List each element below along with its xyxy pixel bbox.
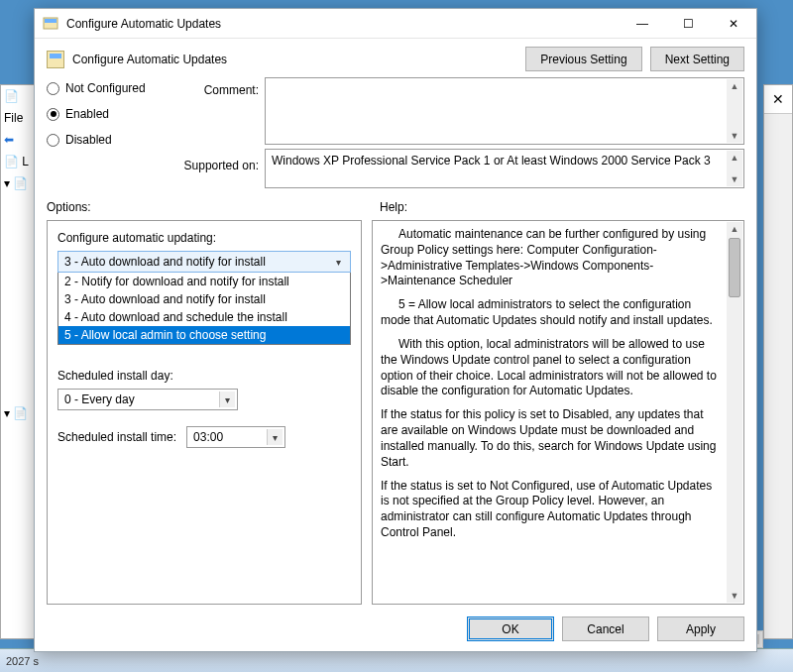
scheduled-day-combo[interactable]: 0 - Every day ▾: [57, 389, 238, 410]
help-pane: Automatic maintenance can be further con…: [372, 220, 744, 605]
dropdown-option[interactable]: 2 - Notify for download and notify for i…: [58, 273, 350, 290]
state-radio-group: Not Configured Enabled Disabled: [47, 77, 173, 147]
scroll-track[interactable]: [727, 299, 742, 589]
radio-label: Disabled: [65, 133, 112, 147]
pane-labels: Options: Help:: [47, 200, 744, 214]
scroll-down-icon[interactable]: ▼: [727, 172, 742, 186]
comment-textarea[interactable]: ▲ ▼: [265, 77, 744, 145]
minimize-button[interactable]: —: [620, 9, 665, 39]
maximize-button[interactable]: ☐: [665, 9, 711, 39]
app-icon: [43, 16, 58, 32]
previous-setting-button[interactable]: Previous Setting: [525, 47, 641, 71]
supported-label: Supported on:: [179, 149, 259, 172]
scheduled-time-combo[interactable]: 03:00 ▾: [186, 426, 285, 448]
scroll-thumb[interactable]: [729, 238, 740, 297]
dialog-button-row: OK Cancel Apply: [47, 611, 744, 641]
help-paragraph: With this option, local administrators w…: [381, 337, 722, 399]
options-help-panes: Configure automatic updating: 3 - Auto d…: [47, 220, 744, 605]
scheduled-time-row: Scheduled install time: 03:00 ▾: [57, 426, 351, 448]
configure-updating-dropdown-list[interactable]: 2 - Notify for download and notify for i…: [57, 273, 351, 345]
chevron-down-icon: ▾: [330, 255, 346, 269]
apply-button[interactable]: Apply: [657, 616, 744, 641]
combo-value: 0 - Every day: [64, 392, 135, 406]
radio-icon: [47, 134, 59, 147]
supported-on-box: Windows XP Professional Service Pack 1 o…: [265, 149, 744, 188]
radio-label: Enabled: [65, 107, 109, 121]
radio-not-configured[interactable]: Not Configured: [47, 81, 173, 95]
supported-text: Windows XP Professional Service Pack 1 o…: [272, 154, 711, 168]
next-setting-button[interactable]: Next Setting: [650, 47, 744, 71]
chevron-down-icon: ▾: [267, 429, 283, 445]
scroll-down-icon[interactable]: ▼: [727, 589, 742, 603]
titlebar[interactable]: Configure Automatic Updates — ☐ ✕: [35, 9, 756, 39]
dialog-heading: Configure Automatic Updates: [72, 53, 517, 66]
radio-icon: [47, 82, 59, 95]
dropdown-option[interactable]: 4 - Auto download and schedule the insta…: [58, 308, 350, 326]
scroll-up-icon[interactable]: ▲: [727, 151, 742, 165]
scrollbar[interactable]: ▲ ▼: [727, 79, 742, 143]
cancel-button[interactable]: Cancel: [562, 616, 649, 641]
help-paragraph: 5 = Allow local administrators to select…: [381, 297, 722, 329]
dialog-header-row: Configure Automatic Updates Previous Set…: [47, 47, 744, 71]
radio-label: Not Configured: [65, 81, 146, 95]
configure-updating-dropdown[interactable]: 3 - Auto download and notify for install…: [57, 251, 351, 273]
help-paragraph: If the status is set to Not Configured, …: [381, 479, 722, 541]
help-paragraph: If the status for this policy is set to …: [381, 407, 722, 470]
scrollbar[interactable]: ▲ ▼: [727, 222, 742, 603]
scheduled-time-label: Scheduled install time:: [57, 430, 176, 444]
scheduled-day-label: Scheduled install day:: [57, 369, 351, 383]
radio-icon: [47, 108, 59, 121]
close-button[interactable]: ✕: [711, 9, 756, 39]
bg-close-icon[interactable]: ✕: [764, 85, 792, 113]
state-grid: Not Configured Enabled Disabled Comment:…: [47, 77, 744, 188]
background-right-panel: ✕: [763, 84, 793, 639]
comment-label: Comment:: [179, 77, 259, 97]
radio-disabled[interactable]: Disabled: [47, 133, 173, 147]
radio-enabled[interactable]: Enabled: [47, 107, 173, 121]
combo-value: 03:00: [193, 430, 223, 444]
scroll-down-icon[interactable]: ▼: [727, 129, 742, 143]
ok-button[interactable]: OK: [467, 616, 554, 641]
help-label: Help:: [380, 200, 407, 214]
scroll-up-icon[interactable]: ▲: [727, 222, 742, 236]
options-label: Options:: [47, 200, 360, 214]
chevron-down-icon: ▾: [219, 392, 235, 407]
scroll-up-icon[interactable]: ▲: [727, 79, 742, 93]
dialog-body: Configure Automatic Updates Previous Set…: [35, 39, 756, 651]
policy-icon: [47, 51, 64, 68]
scrollbar[interactable]: ▲ ▼: [727, 151, 742, 186]
help-paragraph: Automatic maintenance can be further con…: [381, 227, 722, 289]
bg-status-text: 2027 s: [6, 655, 39, 667]
dropdown-option-selected[interactable]: 5 - Allow local admin to choose setting: [58, 326, 350, 344]
svg-rect-1: [45, 19, 57, 23]
configure-automatic-updates-dialog: Configure Automatic Updates — ☐ ✕ Config…: [34, 8, 757, 652]
configure-updating-label: Configure automatic updating:: [57, 231, 351, 245]
dropdown-value: 3 - Auto download and notify for install: [64, 255, 266, 269]
bg-scrollbar[interactable]: [764, 113, 792, 638]
dropdown-option[interactable]: 3 - Auto download and notify for install: [58, 290, 350, 308]
options-pane: Configure automatic updating: 3 - Auto d…: [47, 220, 362, 605]
window-title: Configure Automatic Updates: [66, 17, 620, 31]
